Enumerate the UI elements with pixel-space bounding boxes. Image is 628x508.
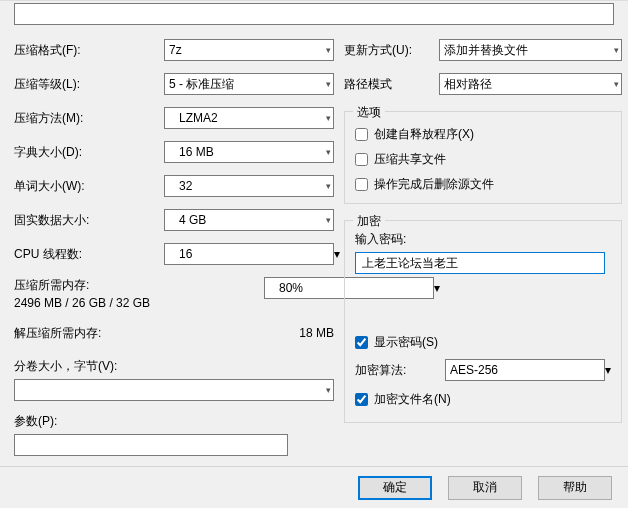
update-combo[interactable] xyxy=(439,39,622,61)
ok-button[interactable]: 确定 xyxy=(358,476,432,500)
show-password-label: 显示密码(S) xyxy=(374,334,438,351)
solid-combo[interactable] xyxy=(164,209,334,231)
sfx-label: 创建自释放程序(X) xyxy=(374,126,474,143)
encryption-legend: 加密 xyxy=(353,213,385,230)
update-label: 更新方式(U): xyxy=(344,42,439,59)
options-legend: 选项 xyxy=(353,104,385,121)
delete-label: 操作完成后删除源文件 xyxy=(374,176,494,193)
options-fieldset: 选项 创建自释放程序(X) 压缩共享文件 操作完成后删除源文件 xyxy=(344,111,622,204)
threads-combo[interactable] xyxy=(164,243,334,265)
password-label: 输入密码: xyxy=(355,231,611,248)
memcomp-label: 压缩所需内存: xyxy=(14,277,264,294)
path-combo[interactable] xyxy=(439,73,622,95)
help-button[interactable]: 帮助 xyxy=(538,476,612,500)
method-combo[interactable] xyxy=(164,107,334,129)
word-combo[interactable] xyxy=(164,175,334,197)
algo-label: 加密算法: xyxy=(355,362,435,379)
password-input[interactable] xyxy=(355,252,605,274)
algo-combo[interactable] xyxy=(445,359,605,381)
compress-dialog: 压缩格式(F): ▾ 压缩等级(L): ▾ 压缩方法(M): * ▾ xyxy=(0,0,628,508)
level-label: 压缩等级(L): xyxy=(14,76,164,93)
archive-path-input[interactable] xyxy=(14,3,614,25)
encrypt-names-label: 加密文件名(N) xyxy=(374,391,451,408)
split-combo[interactable] xyxy=(14,379,334,401)
encrypt-names-checkbox[interactable] xyxy=(355,393,368,406)
format-label: 压缩格式(F): xyxy=(14,42,164,59)
params-label: 参数(P): xyxy=(14,413,334,430)
archive-path-row xyxy=(0,1,628,27)
dialog-footer: 确定 取消 帮助 xyxy=(0,466,628,508)
method-label: 压缩方法(M): xyxy=(14,110,164,127)
cancel-button[interactable]: 取消 xyxy=(448,476,522,500)
dict-label: 字典大小(D): xyxy=(14,144,164,161)
sfx-checkbox[interactable] xyxy=(355,128,368,141)
word-label: 单词大小(W): xyxy=(14,178,164,195)
memdecomp-label: 解压缩所需内存: xyxy=(14,325,299,342)
show-password-checkbox[interactable] xyxy=(355,336,368,349)
left-column: 压缩格式(F): ▾ 压缩等级(L): ▾ 压缩方法(M): * ▾ xyxy=(14,27,334,492)
share-label: 压缩共享文件 xyxy=(374,151,446,168)
dict-combo[interactable] xyxy=(164,141,334,163)
share-checkbox[interactable] xyxy=(355,153,368,166)
chevron-down-icon: ▾ xyxy=(605,363,611,377)
split-label: 分卷大小，字节(V): xyxy=(14,358,334,375)
encryption-fieldset: 加密 输入密码: 显示密码(S) 加密算法: ▾ 加密文件名(N) xyxy=(344,220,622,423)
threads-label: CPU 线程数: xyxy=(14,246,164,263)
path-label: 路径模式 xyxy=(344,76,439,93)
level-combo[interactable] xyxy=(164,73,334,95)
right-column: 更新方式(U): ▾ 路径模式 ▾ 选项 创建自释放程序(X) xyxy=(334,27,622,492)
delete-checkbox[interactable] xyxy=(355,178,368,191)
solid-label: 固实数据大小: xyxy=(14,212,164,229)
format-combo[interactable] xyxy=(164,39,334,61)
memcomp-sub: 2496 MB / 26 GB / 32 GB xyxy=(14,296,264,310)
params-input[interactable] xyxy=(14,434,288,456)
memdecomp-value: 18 MB xyxy=(299,326,334,340)
dialog-columns: 压缩格式(F): ▾ 压缩等级(L): ▾ 压缩方法(M): * ▾ xyxy=(0,27,628,492)
chevron-down-icon: ▾ xyxy=(334,247,340,261)
